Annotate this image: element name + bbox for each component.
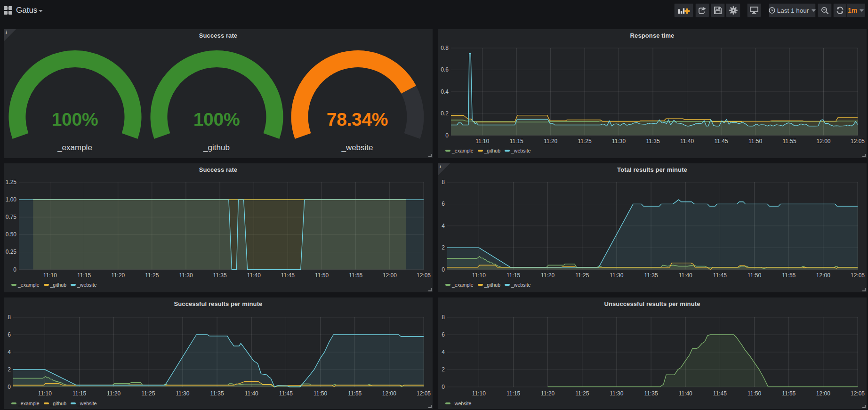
svg-text:11:35: 11:35 xyxy=(213,272,227,279)
svg-text:4: 4 xyxy=(442,349,445,355)
svg-text:11:45: 11:45 xyxy=(713,390,727,397)
svg-text:2: 2 xyxy=(442,244,445,251)
svg-text:11:50: 11:50 xyxy=(748,138,762,145)
svg-text:11:45: 11:45 xyxy=(715,138,728,145)
svg-text:12:00: 12:00 xyxy=(382,390,396,397)
svg-text:0: 0 xyxy=(8,384,11,390)
svg-text:11:30: 11:30 xyxy=(612,138,626,145)
svg-text:0: 0 xyxy=(445,132,449,139)
svg-text:11:15: 11:15 xyxy=(77,272,91,279)
svg-text:12:00: 12:00 xyxy=(816,390,830,397)
svg-text:11:40: 11:40 xyxy=(247,272,261,279)
svg-text:11:25: 11:25 xyxy=(141,390,155,397)
svg-text:11:30: 11:30 xyxy=(610,390,623,397)
svg-text:12:00: 12:00 xyxy=(383,272,397,279)
svg-text:11:35: 11:35 xyxy=(646,138,660,145)
svg-text:11:55: 11:55 xyxy=(348,390,362,397)
svg-text:11:25: 11:25 xyxy=(575,390,589,397)
svg-text:11:35: 11:35 xyxy=(210,390,224,397)
svg-text:11:45: 11:45 xyxy=(713,272,727,279)
svg-text:0.2: 0.2 xyxy=(441,110,449,117)
svg-text:0.6: 0.6 xyxy=(441,66,449,73)
svg-text:11:45: 11:45 xyxy=(279,390,293,397)
svg-text:2: 2 xyxy=(442,366,445,373)
svg-text:12:05: 12:05 xyxy=(851,390,865,397)
svg-text:11:25: 11:25 xyxy=(575,272,589,279)
svg-text:11:15: 11:15 xyxy=(506,390,520,397)
svg-text:11:20: 11:20 xyxy=(107,390,121,397)
svg-text:11:45: 11:45 xyxy=(281,272,295,279)
svg-text:8: 8 xyxy=(8,314,11,321)
svg-text:11:20: 11:20 xyxy=(541,272,555,279)
svg-text:12:00: 12:00 xyxy=(816,272,830,279)
svg-text:11:50: 11:50 xyxy=(313,390,327,397)
svg-text:11:10: 11:10 xyxy=(475,138,489,145)
svg-text:11:20: 11:20 xyxy=(111,272,125,279)
svg-text:1.25: 1.25 xyxy=(6,179,17,185)
svg-text:11:10: 11:10 xyxy=(38,390,52,397)
svg-text:11:40: 11:40 xyxy=(679,272,692,279)
svg-text:0: 0 xyxy=(442,266,445,273)
svg-text:8: 8 xyxy=(442,179,445,185)
svg-text:11:50: 11:50 xyxy=(315,272,329,279)
svg-text:11:55: 11:55 xyxy=(349,272,362,279)
svg-text:11:20: 11:20 xyxy=(541,390,555,397)
svg-text:11:40: 11:40 xyxy=(679,390,692,397)
svg-text:6: 6 xyxy=(8,331,11,338)
svg-text:12:05: 12:05 xyxy=(417,272,431,279)
svg-text:11:10: 11:10 xyxy=(43,272,57,279)
svg-text:11:30: 11:30 xyxy=(176,390,189,397)
svg-text:12:05: 12:05 xyxy=(851,272,865,279)
svg-text:8: 8 xyxy=(442,314,445,321)
svg-text:11:55: 11:55 xyxy=(782,390,796,397)
svg-text:11:10: 11:10 xyxy=(472,272,486,279)
svg-text:11:40: 11:40 xyxy=(245,390,258,397)
svg-text:0: 0 xyxy=(13,266,16,273)
svg-text:11:15: 11:15 xyxy=(510,138,523,145)
svg-text:11:40: 11:40 xyxy=(680,138,694,145)
svg-text:12:00: 12:00 xyxy=(816,138,830,145)
svg-text:11:35: 11:35 xyxy=(644,272,658,279)
svg-text:0.50: 0.50 xyxy=(6,231,17,238)
svg-text:11:20: 11:20 xyxy=(544,138,557,145)
svg-text:11:30: 11:30 xyxy=(610,272,623,279)
svg-text:0.75: 0.75 xyxy=(6,214,17,220)
svg-text:11:25: 11:25 xyxy=(578,138,592,145)
svg-text:11:50: 11:50 xyxy=(747,390,761,397)
svg-text:11:55: 11:55 xyxy=(782,272,796,279)
svg-text:11:15: 11:15 xyxy=(506,272,520,279)
svg-text:11:35: 11:35 xyxy=(644,390,658,397)
svg-text:1.00: 1.00 xyxy=(6,196,17,203)
svg-text:6: 6 xyxy=(442,201,445,207)
svg-text:0.4: 0.4 xyxy=(441,88,449,95)
svg-text:0.25: 0.25 xyxy=(6,249,17,255)
svg-text:2: 2 xyxy=(8,366,11,373)
svg-text:11:30: 11:30 xyxy=(179,272,193,279)
svg-text:11:25: 11:25 xyxy=(145,272,159,279)
svg-text:6: 6 xyxy=(442,331,445,338)
svg-text:4: 4 xyxy=(442,223,445,229)
svg-text:11:55: 11:55 xyxy=(782,138,796,145)
svg-text:4: 4 xyxy=(8,349,11,355)
svg-text:11:50: 11:50 xyxy=(747,272,761,279)
svg-text:12:05: 12:05 xyxy=(417,390,431,397)
svg-text:11:10: 11:10 xyxy=(472,390,486,397)
svg-text:0.8: 0.8 xyxy=(441,45,449,51)
svg-text:0: 0 xyxy=(442,384,445,390)
svg-text:11:15: 11:15 xyxy=(72,390,86,397)
svg-text:12:05: 12:05 xyxy=(851,138,865,145)
